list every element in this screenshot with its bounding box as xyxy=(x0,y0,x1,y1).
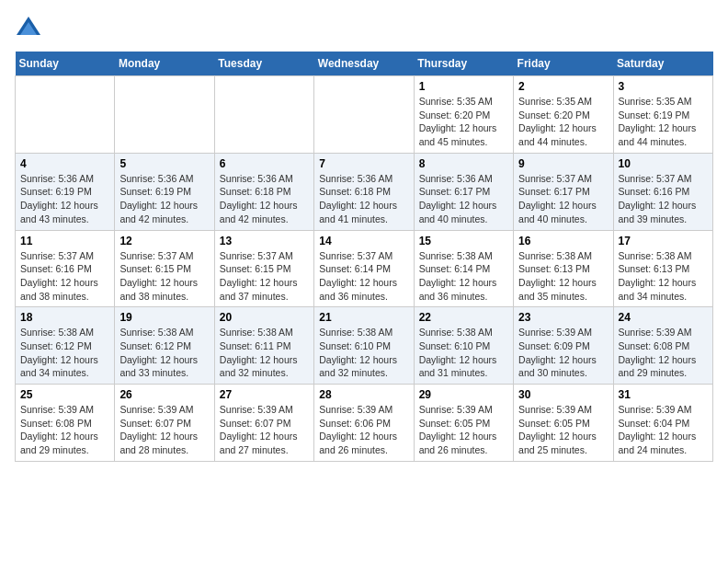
day-number: 11 xyxy=(20,235,109,247)
page-header xyxy=(15,15,713,42)
day-info: Sunrise: 5:38 AMSunset: 6:10 PMDaylight:… xyxy=(419,327,497,378)
day-info: Sunrise: 5:39 AMSunset: 6:04 PMDaylight:… xyxy=(619,404,697,455)
day-info: Sunrise: 5:39 AMSunset: 6:05 PMDaylight:… xyxy=(518,404,597,455)
weekday-header-saturday: Saturday xyxy=(613,52,712,76)
calendar-cell xyxy=(214,76,313,154)
day-info: Sunrise: 5:38 AMSunset: 6:13 PMDaylight:… xyxy=(518,250,597,302)
day-info: Sunrise: 5:39 AMSunset: 6:05 PMDaylight:… xyxy=(419,404,497,455)
day-number: 9 xyxy=(518,157,608,170)
day-info: Sunrise: 5:39 AMSunset: 6:07 PMDaylight:… xyxy=(119,404,198,455)
day-number: 27 xyxy=(220,388,309,401)
calendar-cell: 14Sunrise: 5:37 AMSunset: 6:14 PMDayligh… xyxy=(314,230,414,307)
day-info: Sunrise: 5:36 AMSunset: 6:19 PMDaylight:… xyxy=(119,173,198,224)
calendar-cell: 25Sunrise: 5:39 AMSunset: 6:08 PMDayligh… xyxy=(16,385,115,462)
day-info: Sunrise: 5:35 AMSunset: 6:20 PMDaylight:… xyxy=(518,96,597,147)
day-number: 19 xyxy=(119,311,209,324)
day-number: 16 xyxy=(518,235,608,247)
day-number: 17 xyxy=(619,235,708,247)
weekday-header-tuesday: Tuesday xyxy=(214,52,313,76)
calendar-cell: 3Sunrise: 5:35 AMSunset: 6:19 PMDaylight… xyxy=(613,76,712,154)
week-row: 1Sunrise: 5:35 AMSunset: 6:20 PMDaylight… xyxy=(16,76,713,154)
day-number: 10 xyxy=(619,157,708,170)
calendar-cell: 4Sunrise: 5:36 AMSunset: 6:19 PMDaylight… xyxy=(16,153,115,230)
calendar-cell: 5Sunrise: 5:36 AMSunset: 6:19 PMDaylight… xyxy=(115,153,214,230)
day-info: Sunrise: 5:38 AMSunset: 6:10 PMDaylight:… xyxy=(319,327,397,378)
day-number: 13 xyxy=(220,235,309,247)
day-info: Sunrise: 5:39 AMSunset: 6:08 PMDaylight:… xyxy=(20,404,98,455)
day-info: Sunrise: 5:37 AMSunset: 6:17 PMDaylight:… xyxy=(518,173,597,224)
calendar-cell: 27Sunrise: 5:39 AMSunset: 6:07 PMDayligh… xyxy=(214,385,313,462)
calendar-table: SundayMondayTuesdayWednesdayThursdayFrid… xyxy=(15,52,713,462)
day-info: Sunrise: 5:35 AMSunset: 6:20 PMDaylight:… xyxy=(419,96,497,147)
day-info: Sunrise: 5:38 AMSunset: 6:12 PMDaylight:… xyxy=(119,327,198,378)
day-info: Sunrise: 5:37 AMSunset: 6:16 PMDaylight:… xyxy=(20,250,98,302)
day-number: 7 xyxy=(319,157,408,170)
day-number: 31 xyxy=(619,388,708,401)
calendar-cell: 23Sunrise: 5:39 AMSunset: 6:09 PMDayligh… xyxy=(514,307,613,385)
day-number: 24 xyxy=(619,311,708,324)
calendar-cell: 7Sunrise: 5:36 AMSunset: 6:18 PMDaylight… xyxy=(314,153,414,230)
calendar-cell: 16Sunrise: 5:38 AMSunset: 6:13 PMDayligh… xyxy=(514,230,613,307)
calendar-cell xyxy=(314,76,414,154)
day-info: Sunrise: 5:36 AMSunset: 6:18 PMDaylight:… xyxy=(319,173,397,224)
day-number: 23 xyxy=(518,311,608,324)
day-number: 29 xyxy=(419,388,508,401)
day-info: Sunrise: 5:37 AMSunset: 6:16 PMDaylight:… xyxy=(619,173,697,224)
header-row: SundayMondayTuesdayWednesdayThursdayFrid… xyxy=(16,52,713,76)
day-number: 3 xyxy=(619,80,708,93)
calendar-cell: 18Sunrise: 5:38 AMSunset: 6:12 PMDayligh… xyxy=(16,307,115,385)
day-number: 25 xyxy=(20,388,109,401)
calendar-cell: 30Sunrise: 5:39 AMSunset: 6:05 PMDayligh… xyxy=(514,385,613,462)
day-number: 26 xyxy=(119,388,209,401)
weekday-header-thursday: Thursday xyxy=(414,52,513,76)
calendar-cell: 11Sunrise: 5:37 AMSunset: 6:16 PMDayligh… xyxy=(16,230,115,307)
calendar-cell: 9Sunrise: 5:37 AMSunset: 6:17 PMDaylight… xyxy=(514,153,613,230)
day-info: Sunrise: 5:39 AMSunset: 6:08 PMDaylight:… xyxy=(619,327,697,378)
calendar-cell: 31Sunrise: 5:39 AMSunset: 6:04 PMDayligh… xyxy=(613,385,712,462)
day-number: 1 xyxy=(419,80,508,93)
week-row: 18Sunrise: 5:38 AMSunset: 6:12 PMDayligh… xyxy=(16,307,713,385)
calendar-cell: 22Sunrise: 5:38 AMSunset: 6:10 PMDayligh… xyxy=(414,307,513,385)
calendar-cell: 15Sunrise: 5:38 AMSunset: 6:14 PMDayligh… xyxy=(414,230,513,307)
day-number: 18 xyxy=(20,311,109,324)
calendar-cell: 21Sunrise: 5:38 AMSunset: 6:10 PMDayligh… xyxy=(314,307,414,385)
weekday-header-sunday: Sunday xyxy=(16,52,115,76)
week-row: 25Sunrise: 5:39 AMSunset: 6:08 PMDayligh… xyxy=(16,385,713,462)
day-number: 20 xyxy=(220,311,309,324)
day-number: 12 xyxy=(119,235,209,247)
day-number: 4 xyxy=(20,157,109,170)
calendar-body: 1Sunrise: 5:35 AMSunset: 6:20 PMDaylight… xyxy=(16,76,713,462)
calendar-cell: 12Sunrise: 5:37 AMSunset: 6:15 PMDayligh… xyxy=(115,230,214,307)
day-info: Sunrise: 5:37 AMSunset: 6:14 PMDaylight:… xyxy=(319,250,397,302)
calendar-cell: 8Sunrise: 5:36 AMSunset: 6:17 PMDaylight… xyxy=(414,153,513,230)
calendar-cell: 13Sunrise: 5:37 AMSunset: 6:15 PMDayligh… xyxy=(214,230,313,307)
day-info: Sunrise: 5:38 AMSunset: 6:13 PMDaylight:… xyxy=(619,250,697,302)
day-info: Sunrise: 5:37 AMSunset: 6:15 PMDaylight:… xyxy=(220,250,298,302)
calendar-cell: 26Sunrise: 5:39 AMSunset: 6:07 PMDayligh… xyxy=(115,385,214,462)
calendar-header: SundayMondayTuesdayWednesdayThursdayFrid… xyxy=(16,52,713,76)
calendar-cell: 17Sunrise: 5:38 AMSunset: 6:13 PMDayligh… xyxy=(613,230,712,307)
day-number: 28 xyxy=(319,388,408,401)
calendar-cell: 19Sunrise: 5:38 AMSunset: 6:12 PMDayligh… xyxy=(115,307,214,385)
logo xyxy=(15,15,46,42)
day-number: 30 xyxy=(518,388,608,401)
day-info: Sunrise: 5:38 AMSunset: 6:11 PMDaylight:… xyxy=(220,327,298,378)
logo-icon xyxy=(15,15,42,42)
weekday-header-monday: Monday xyxy=(115,52,214,76)
calendar-cell xyxy=(16,76,115,154)
calendar-cell: 20Sunrise: 5:38 AMSunset: 6:11 PMDayligh… xyxy=(214,307,313,385)
calendar-cell: 28Sunrise: 5:39 AMSunset: 6:06 PMDayligh… xyxy=(314,385,414,462)
day-info: Sunrise: 5:38 AMSunset: 6:12 PMDaylight:… xyxy=(20,327,98,378)
week-row: 11Sunrise: 5:37 AMSunset: 6:16 PMDayligh… xyxy=(16,230,713,307)
day-info: Sunrise: 5:35 AMSunset: 6:19 PMDaylight:… xyxy=(619,96,697,147)
calendar-cell: 10Sunrise: 5:37 AMSunset: 6:16 PMDayligh… xyxy=(613,153,712,230)
weekday-header-wednesday: Wednesday xyxy=(314,52,414,76)
day-number: 14 xyxy=(319,235,408,247)
day-info: Sunrise: 5:37 AMSunset: 6:15 PMDaylight:… xyxy=(119,250,198,302)
calendar-cell: 24Sunrise: 5:39 AMSunset: 6:08 PMDayligh… xyxy=(613,307,712,385)
day-info: Sunrise: 5:36 AMSunset: 6:19 PMDaylight:… xyxy=(20,173,98,224)
day-number: 5 xyxy=(119,157,209,170)
day-number: 8 xyxy=(419,157,508,170)
day-info: Sunrise: 5:36 AMSunset: 6:18 PMDaylight:… xyxy=(220,173,298,224)
calendar-cell: 1Sunrise: 5:35 AMSunset: 6:20 PMDaylight… xyxy=(414,76,513,154)
